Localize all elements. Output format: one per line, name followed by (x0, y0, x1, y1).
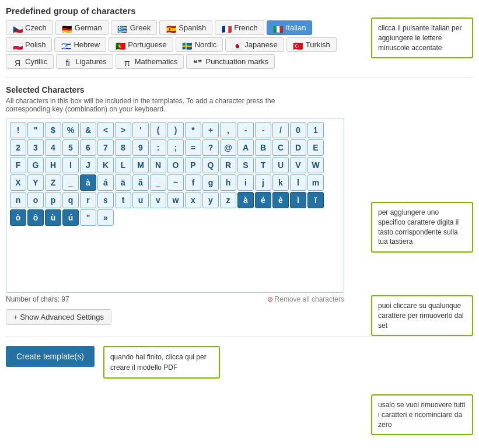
char-cell[interactable]: > (115, 122, 131, 138)
char-cell[interactable]: V (290, 157, 306, 173)
char-cell[interactable]: y (202, 192, 219, 208)
char-cell[interactable]: ú (62, 209, 79, 226)
char-cell[interactable]: j (255, 174, 271, 191)
char-cell[interactable]: < (97, 122, 114, 138)
char-cell[interactable]: h (220, 174, 236, 191)
char-cell[interactable]: E (307, 139, 324, 156)
char-cell[interactable]: = (185, 139, 201, 156)
char-cell[interactable]: M (132, 157, 149, 173)
lang-btn-german[interactable]: 🇩🇪 German (55, 20, 109, 35)
char-cell[interactable]: J (80, 157, 96, 173)
lang-btn-ligatures[interactable]: ﬁ Ligatures (56, 54, 113, 69)
char-cell[interactable]: R (220, 157, 236, 173)
char-cell[interactable]: s (97, 192, 114, 208)
char-cell[interactable]: q (62, 192, 79, 208)
lang-btn-turkish[interactable]: 🇹🇷 Turkish (286, 37, 337, 52)
char-cell[interactable]: v (150, 192, 166, 208)
char-cell[interactable]: 0 (290, 122, 306, 138)
char-cell[interactable]: l (290, 174, 306, 191)
char-cell[interactable]: k (272, 174, 289, 191)
char-cell[interactable]: è (272, 192, 289, 208)
char-cell[interactable]: à (80, 174, 96, 191)
char-cell[interactable]: 2 (10, 139, 26, 156)
char-cell[interactable]: ã (132, 174, 149, 191)
lang-btn-punctuation[interactable]: ❝❞ Punctuation marks (186, 54, 275, 69)
char-cell[interactable]: " (80, 209, 96, 226)
char-cell[interactable]: 7 (97, 139, 114, 156)
char-cell[interactable]: I (62, 157, 79, 173)
char-cell[interactable]: F (10, 157, 26, 173)
create-template-button[interactable]: Create template(s) (6, 346, 95, 367)
char-cell[interactable]: C (272, 139, 289, 156)
char-cell[interactable]: - (237, 122, 254, 138)
char-cell[interactable]: O (167, 157, 184, 173)
lang-btn-czech[interactable]: 🇨🇿 Czech (6, 20, 53, 35)
char-cell[interactable]: N (150, 157, 166, 173)
char-cell[interactable]: à (237, 192, 254, 208)
lang-btn-nordic[interactable]: 🇸🇪 Nordic (176, 37, 223, 52)
char-cell[interactable]: ( (150, 122, 166, 138)
char-cell[interactable]: A (237, 139, 254, 156)
char-cell[interactable]: u (132, 192, 149, 208)
char-cell[interactable]: ì (290, 192, 306, 208)
char-cell[interactable]: X (10, 174, 26, 191)
char-cell[interactable]: ô (27, 209, 44, 226)
char-cell[interactable]: & (80, 122, 96, 138)
char-cell[interactable]: 9 (132, 139, 149, 156)
lang-btn-greek[interactable]: 🇬🇷 Greek (111, 20, 157, 35)
show-advanced-button[interactable]: + Show Advanced Settings (6, 309, 111, 325)
char-cell[interactable]: H (45, 157, 61, 173)
char-cell[interactable]: Y (27, 174, 44, 191)
char-cell[interactable]: T (255, 157, 271, 173)
char-cell[interactable]: L (115, 157, 131, 173)
char-cell[interactable]: á (97, 174, 114, 191)
char-cell[interactable]: S (237, 157, 254, 173)
lang-btn-spanish[interactable]: 🇪🇸 Spanish (159, 20, 212, 35)
char-cell[interactable]: é (255, 192, 271, 208)
char-cell[interactable]: ä (115, 174, 131, 191)
char-cell[interactable]: G (27, 157, 44, 173)
lang-btn-hebrew[interactable]: 🇮🇱 Hebrew (54, 37, 106, 52)
char-cell[interactable]: n (10, 192, 26, 208)
char-cell[interactable]: ? (202, 139, 219, 156)
char-cell[interactable]: 3 (27, 139, 44, 156)
char-cell[interactable]: , (220, 122, 236, 138)
remove-all-button[interactable]: ⊘ Remove all characters (267, 295, 344, 303)
char-cell[interactable]: 4 (45, 139, 61, 156)
char-cell[interactable]: : (150, 139, 166, 156)
lang-btn-japanese[interactable]: 🇯🇵 Japanese (225, 37, 284, 52)
char-cell[interactable]: " (27, 122, 44, 138)
lang-btn-polish[interactable]: 🇵🇱 Polish (6, 37, 52, 52)
char-cell[interactable]: P (185, 157, 201, 173)
char-cell[interactable]: - (255, 122, 271, 138)
char-cell[interactable]: x (185, 192, 201, 208)
char-cell[interactable]: B (255, 139, 271, 156)
char-cell[interactable]: t (115, 192, 131, 208)
char-cell[interactable]: / (272, 122, 289, 138)
lang-btn-italian[interactable]: 🇮🇹 Italian (267, 20, 313, 35)
lang-btn-mathematics[interactable]: π Mathematics (116, 54, 184, 69)
char-cell[interactable]: m (307, 174, 324, 191)
lang-btn-french[interactable]: 🇫🇷 French (215, 20, 264, 35)
char-cell[interactable]: 1 (307, 122, 324, 138)
char-cell[interactable]: ï (307, 192, 324, 208)
char-cell[interactable]: r (80, 192, 96, 208)
lang-btn-portuguese[interactable]: 🇵🇹 Portuguese (109, 37, 173, 52)
char-cell[interactable]: % (62, 122, 79, 138)
char-cell[interactable]: ) (167, 122, 184, 138)
char-cell[interactable]: » (97, 209, 114, 226)
char-cell[interactable]: ù (45, 209, 61, 226)
char-cell[interactable]: Q (202, 157, 219, 173)
char-cell[interactable]: K (97, 157, 114, 173)
char-cell[interactable]: Z (45, 174, 61, 191)
char-cell[interactable]: @ (220, 139, 236, 156)
char-cell[interactable]: ò (10, 209, 26, 226)
char-cell[interactable]: p (45, 192, 61, 208)
char-cell[interactable]: ~ (167, 174, 184, 191)
char-cell[interactable]: o (27, 192, 44, 208)
char-cell[interactable]: 6 (80, 139, 96, 156)
char-cell[interactable]: 5 (62, 139, 79, 156)
char-cell[interactable]: z (220, 192, 236, 208)
char-cell[interactable]: w (167, 192, 184, 208)
char-cell[interactable]: i (237, 174, 254, 191)
